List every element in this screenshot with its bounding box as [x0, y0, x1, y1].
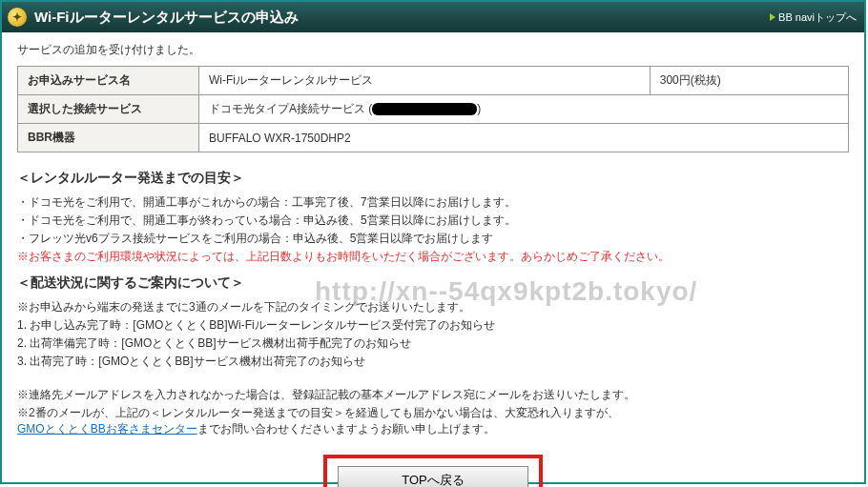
table-row: お申込みサービス名 Wi-Fiルーターレンタルサービス 300円(税抜): [18, 67, 849, 95]
list-item: 1. お申し込み完了時：[GMOとくとくBB]Wi-Fiルーターレンタルサービス…: [17, 317, 849, 334]
page-header: ✦ Wi-Fiルーターレンタルサービスの申込み BB naviトップへ: [2, 2, 864, 32]
footnote: ※2番のメールが、上記の＜レンタルルーター発送までの目安＞を経過しても届かない場…: [17, 405, 849, 437]
list-item: 3. 出荷完了時：[GMOとくとくBB]サービス機材出荷完了のお知らせ: [17, 354, 849, 370]
nav-top-link[interactable]: BB naviトップへ: [770, 10, 857, 25]
section-heading: ＜配送状況に関するご案内について＞: [17, 274, 849, 292]
row-price: 300円(税抜): [650, 67, 848, 95]
list-item: ドコモ光をご利用で、開通工事がこれからの場合：工事完了後、7営業日以降にお届けし…: [17, 194, 849, 211]
shipping-bullets: ドコモ光をご利用で、開通工事がこれからの場合：工事完了後、7営業日以降にお届けし…: [17, 194, 849, 247]
table-row: 選択した接続サービス ドコモ光タイプA接続サービス (): [18, 95, 849, 124]
support-center-link[interactable]: GMOとくとくBBお客さまセンター: [17, 422, 197, 436]
redacted-icon: [372, 103, 477, 115]
confirm-message: サービスの追加を受け付けました。: [17, 42, 849, 58]
list-item: ドコモ光をご利用で、開通工事が終わっている場合：申込み後、5営業日以降にお届けし…: [17, 213, 849, 229]
top-return-button[interactable]: TOPへ戻る: [338, 466, 528, 487]
row-value: ドコモ光タイプA接続サービス (): [199, 95, 849, 124]
button-highlight: TOPへ戻る: [323, 455, 543, 487]
row-value: Wi-Fiルーターレンタルサービス: [199, 67, 651, 95]
row-value: BUFFALO WXR-1750DHP2: [199, 124, 849, 152]
list-item: 2. 出荷準備完了時：[GMOとくとくBB]サービス機材出荷手配完了のお知らせ: [17, 335, 849, 352]
intro-text: ※お申込みから端末の発送までに3通のメールを下記のタイミングでお送りいたします。: [17, 299, 849, 315]
table-row: BBR機器 BUFFALO WXR-1750DHP2: [18, 124, 849, 152]
section-heading: ＜レンタルルーター発送までの目安＞: [17, 170, 849, 187]
row-label: 選択した接続サービス: [18, 95, 199, 124]
logo-icon: ✦: [8, 8, 27, 27]
warning-note: ※お客さまのご利用環境や状況によっては、上記日数よりもお時間をいただく場合がござ…: [17, 249, 849, 265]
list-item: フレッツ光v6プラス接続サービスをご利用の場合：申込み後、5営業日以降でお届けし…: [17, 231, 849, 247]
row-label: お申込みサービス名: [18, 67, 199, 95]
page-title: Wi-Fiルーターレンタルサービスの申込み: [34, 9, 299, 27]
footnote: ※連絡先メールアドレスを入力されなかった場合は、登録証記載の基本メールアドレス宛…: [17, 387, 849, 403]
row-label: BBR機器: [18, 124, 199, 152]
application-table: お申込みサービス名 Wi-Fiルーターレンタルサービス 300円(税抜) 選択し…: [17, 66, 849, 152]
